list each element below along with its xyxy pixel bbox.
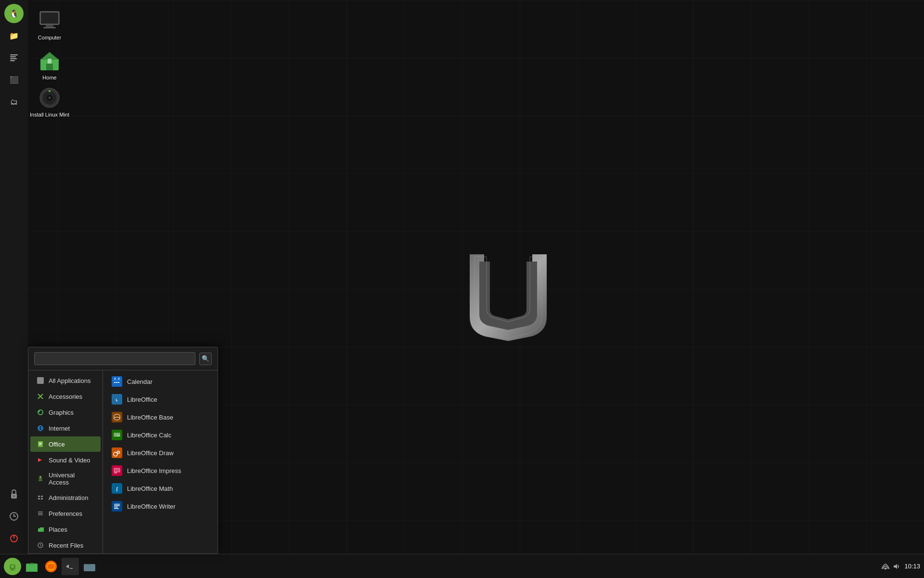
home-icon [38, 49, 61, 72]
computer-icon [38, 9, 61, 32]
taskbar: 10:13 [0, 554, 924, 578]
panel-btn-files[interactable]: 🐧 [4, 4, 24, 23]
desktop: Computer Home Install Linux Mint [0, 0, 924, 578]
recent-files-icon [36, 541, 45, 550]
svg-point-12 [49, 90, 51, 92]
desktop-icon-install[interactable]: Install Linux Mint [28, 84, 71, 120]
libreoffice-calc-icon [112, 430, 122, 440]
category-internet[interactable]: Internet [30, 420, 101, 436]
category-recent-files[interactable]: Recent Files [30, 538, 101, 553]
preferences-icon [36, 509, 45, 518]
svg-rect-73 [114, 507, 118, 508]
left-panel: 🐧 📁 ⬛ 🗂 [0, 0, 28, 554]
taskbar-terminal[interactable] [62, 558, 79, 575]
desktop-icon-home[interactable]: Home [28, 47, 71, 83]
libreoffice-math-icon: ∫ [112, 483, 122, 494]
app-libreoffice-draw[interactable]: LibreOffice Draw [105, 444, 216, 461]
category-graphics[interactable]: Graphics [30, 405, 101, 420]
internet-icon [36, 424, 45, 433]
accessories-icon [36, 392, 45, 401]
panel-btn-update[interactable] [4, 507, 24, 526]
panel-btn-tasks[interactable] [4, 48, 24, 67]
svg-rect-66 [114, 468, 120, 472]
svg-rect-58 [114, 433, 116, 434]
category-accessories[interactable]: Accessories [30, 389, 101, 404]
app-libreoffice-calc[interactable]: LibreOffice Calc [105, 426, 216, 444]
svg-rect-34 [41, 496, 43, 497]
app-libreoffice[interactable]: L LibreOffice [105, 391, 216, 408]
taskbar-firefox[interactable] [42, 558, 60, 575]
taskbar-nemo[interactable] [23, 558, 40, 575]
taskbar-time: 10:13 [904, 563, 920, 570]
category-administration[interactable]: Administration [30, 490, 101, 505]
category-universal-access[interactable]: Universal Access [30, 468, 101, 489]
app-libreoffice-math[interactable]: ∫ LibreOffice Math [105, 480, 216, 497]
svg-rect-29 [39, 444, 42, 444]
office-icon [36, 440, 45, 448]
svg-rect-39 [38, 514, 43, 515]
svg-rect-15 [10, 58, 17, 59]
network-icon [881, 563, 890, 570]
panel-btn-terminal[interactable]: ⬛ [4, 70, 24, 90]
svg-rect-82 [84, 564, 95, 571]
all-applications-icon [36, 376, 45, 385]
search-input[interactable] [34, 352, 195, 365]
places-icon [36, 525, 45, 534]
app-libreoffice-impress[interactable]: LibreOffice Impress [105, 462, 216, 479]
svg-rect-2 [46, 25, 53, 27]
app-menu: 🔍 All Applications Accessori [28, 347, 218, 554]
svg-rect-46 [114, 382, 116, 383]
categories-panel: All Applications Accessories [28, 370, 103, 553]
svg-point-76 [11, 565, 14, 568]
svg-point-11 [49, 97, 51, 99]
svg-rect-16 [10, 60, 15, 61]
category-sound-video[interactable]: Sound & Video [30, 452, 101, 468]
taskbar-system-icons [881, 563, 900, 570]
svg-point-23 [38, 410, 40, 412]
category-all-applications[interactable]: All Applications [30, 373, 101, 388]
universal-access-icon [36, 474, 45, 483]
svg-rect-6 [46, 64, 53, 70]
taskbar-mint-menu[interactable] [4, 558, 21, 575]
search-button[interactable]: 🔍 [199, 353, 212, 365]
apps-panel: Calendar L LibreOffice [103, 370, 218, 553]
svg-rect-72 [114, 505, 120, 506]
desktop-icon-computer[interactable]: Computer [28, 7, 71, 43]
app-calendar[interactable]: Calendar [105, 373, 216, 390]
mint-logo [455, 235, 561, 343]
panel-btn-folder[interactable]: 🗂 [4, 92, 24, 112]
svg-rect-74 [114, 508, 119, 509]
svg-marker-84 [894, 564, 897, 569]
svg-rect-78 [26, 565, 38, 572]
svg-rect-35 [38, 498, 40, 499]
svg-marker-5 [40, 52, 59, 60]
sound-video-icon [36, 456, 45, 464]
install-label: Install Linux Mint [30, 111, 69, 118]
panel-btn-lock[interactable] [4, 485, 24, 504]
svg-rect-43 [113, 380, 121, 381]
svg-rect-48 [118, 382, 119, 383]
category-preferences[interactable]: Preferences [30, 506, 101, 521]
svg-rect-67 [114, 473, 117, 473]
svg-rect-47 [116, 382, 117, 383]
libreoffice-icon: L [112, 394, 122, 405]
svg-rect-30 [39, 445, 41, 445]
panel-btn-power[interactable] [4, 529, 24, 548]
svg-rect-61 [117, 435, 120, 436]
svg-rect-28 [39, 443, 42, 443]
panel-btn-nemo[interactable]: 📁 [4, 26, 24, 45]
taskbar-folder[interactable] [81, 558, 98, 575]
app-libreoffice-writer[interactable]: LibreOffice Writer [105, 498, 216, 515]
svg-rect-33 [38, 496, 40, 497]
svg-point-18 [13, 495, 15, 497]
svg-text:L: L [116, 398, 118, 402]
libreoffice-writer-icon [112, 501, 122, 512]
libreoffice-draw-icon [112, 447, 122, 458]
category-places[interactable]: Places [30, 522, 101, 537]
svg-rect-37 [38, 512, 43, 512]
svg-rect-70 [113, 502, 121, 510]
volume-icon [893, 563, 900, 570]
app-libreoffice-base[interactable]: LibreOffice Base [105, 408, 216, 426]
svg-marker-31 [38, 458, 42, 462]
category-office[interactable]: Office [30, 436, 101, 452]
